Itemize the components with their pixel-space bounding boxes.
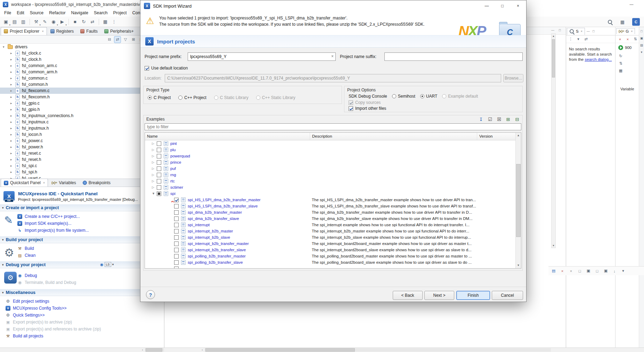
- example-row-pint[interactable]: ▷pint: [145, 140, 515, 147]
- example-row-spi-interrupt[interactable]: spi_interruptThe spi_interrupt example s…: [145, 222, 515, 228]
- radio-cpp-static-library[interactable]: C++ Static Library: [256, 95, 295, 100]
- pane-3-icon[interactable]: □: [594, 268, 600, 274]
- menu-file[interactable]: File: [1, 9, 14, 16]
- expander-icon[interactable]: ▸: [10, 114, 15, 117]
- section-header-miscellaneous[interactable]: ▾Miscellaneous: [0, 289, 164, 296]
- expander-icon[interactable]: ▸: [10, 58, 15, 61]
- expander-icon[interactable]: ▸: [10, 152, 15, 155]
- example-checkbox[interactable]: [157, 154, 161, 158]
- tab-quickstart-panel[interactable]: X Quickstart Panel ×: [1, 179, 48, 187]
- tab-globals[interactable]: (x)= G ×: [616, 28, 635, 34]
- radio-c-static-library[interactable]: C Static Library: [214, 95, 248, 100]
- tab-registers[interactable]: Registers: [47, 27, 77, 35]
- expander-icon[interactable]: ▸: [10, 164, 15, 167]
- example-row-rng[interactable]: ▷rng: [145, 172, 515, 178]
- menu-edit[interactable]: Edit: [14, 9, 27, 16]
- close-icon[interactable]: ×: [581, 30, 582, 33]
- example-checkbox[interactable]: [174, 210, 179, 215]
- expander-icon[interactable]: ▸: [10, 83, 15, 86]
- expander-icon[interactable]: ▸: [10, 133, 15, 136]
- restore-panel-2-icon[interactable]: ▣: [639, 36, 644, 40]
- explorer-file-fsl-common-h[interactable]: ▸hfsl_common.h: [0, 81, 164, 88]
- example-checkbox[interactable]: [174, 260, 179, 265]
- search-settings-icon[interactable]: ⋮: [568, 36, 574, 42]
- explorer-file-fsl-gpio-h[interactable]: ▸hfsl_gpio.h: [0, 106, 164, 113]
- tree-expander-icon[interactable]: ▷: [152, 154, 157, 158]
- expander-icon[interactable]: ▸: [10, 158, 15, 161]
- example-checkbox[interactable]: [174, 229, 179, 234]
- example-row-spi-hs-lspi-dma-b2b-transfer-master[interactable]: spi_HS_LSPI_dma_b2b_transfer_masterThe s…: [145, 197, 515, 203]
- explorer-file-fsl-power-h[interactable]: ▸hfsl_power.h: [0, 144, 164, 150]
- example-checkbox[interactable]: [157, 191, 161, 196]
- explorer-file-fsl-inputmux-c[interactable]: ▸cfsl_inputmux.c: [0, 119, 164, 125]
- tab-faults[interactable]: Faults: [77, 27, 101, 35]
- example-checkbox[interactable]: [174, 248, 179, 252]
- example-checkbox[interactable]: [174, 204, 179, 208]
- close-icon[interactable]: ×: [42, 30, 43, 33]
- explorer-file-fsl-clock-c[interactable]: ▸cfsl_clock.c: [0, 50, 164, 56]
- scroll-left-icon[interactable]: ‹: [200, 348, 204, 352]
- expander-icon[interactable]: ▸: [10, 89, 15, 92]
- tree-expander-icon[interactable]: ▷: [152, 148, 157, 152]
- maximize-view-icon[interactable]: □: [592, 30, 595, 33]
- pane-4-icon[interactable]: ▣: [603, 268, 609, 274]
- refresh-icon[interactable]: ↻: [80, 18, 88, 26]
- scroll-left-icon[interactable]: ‹: [140, 348, 145, 352]
- expander-icon[interactable]: ▸: [10, 76, 15, 80]
- expand-all-icon[interactable]: ⊞: [505, 116, 511, 122]
- tree-expander-icon[interactable]: ▷: [152, 179, 157, 183]
- pane-2-icon[interactable]: ▣: [585, 268, 592, 274]
- radio-semihost[interactable]: Semihost: [392, 94, 415, 99]
- example-row-spi-interrupt-b2b-transfer-slave[interactable]: spi_interrupt_b2b_transfer_slaveThe spi_…: [145, 247, 515, 253]
- example-checkbox[interactable]: [157, 148, 161, 152]
- tree-expander-icon[interactable]: ▷: [152, 167, 157, 170]
- example-checkbox[interactable]: [157, 173, 161, 177]
- play-icon[interactable]: [618, 45, 623, 50]
- scrollbar-thumb[interactable]: [516, 164, 521, 237]
- toggle-updates-icon[interactable]: ⇅: [618, 60, 624, 66]
- explorer-file-fsl-clock-h[interactable]: ▸hfsl_clock.h: [0, 56, 164, 63]
- explorer-file-fsl-common-c[interactable]: ▸cfsl_common.c: [0, 75, 164, 81]
- select-all-icon[interactable]: ☑: [487, 116, 493, 122]
- explorer-file-fsl-reset-c[interactable]: ▸cfsl_reset.c: [0, 150, 164, 156]
- close-icon[interactable]: ×: [43, 181, 45, 185]
- console-grid-icon[interactable]: ▤: [551, 268, 557, 274]
- expander-icon[interactable]: ▸: [10, 139, 15, 142]
- scroll-down-icon[interactable]: ▼: [516, 263, 521, 268]
- tree-expander-icon[interactable]: ▷: [152, 161, 157, 164]
- editor-hscrollbar[interactable]: ‹: [200, 348, 551, 352]
- search-dialog-link[interactable]: search dialog...: [585, 57, 612, 62]
- pin-search-icon[interactable]: ⇄: [583, 36, 589, 42]
- debug-icon[interactable]: ◉▾: [50, 18, 57, 26]
- tree-expander-icon[interactable]: ▷: [152, 186, 157, 189]
- load-log-icon[interactable]: ↓: [611, 268, 618, 274]
- scrollbar-thumb[interactable]: [552, 39, 555, 77]
- column-header-version[interactable]: Version: [477, 133, 515, 140]
- expander-icon[interactable]: ▸: [10, 120, 15, 124]
- example-checkbox[interactable]: [174, 198, 179, 202]
- more-toolbar-icon[interactable]: ⋮: [110, 18, 118, 26]
- example-checkbox[interactable]: [174, 267, 179, 269]
- project-name-suffix-input[interactable]: [384, 52, 523, 61]
- example-checkbox[interactable]: [157, 179, 161, 183]
- section-header-debug-your-project[interactable]: ▾Debug your project◉LS▾: [0, 261, 164, 268]
- search-history-icon[interactable]: ▾: [575, 36, 581, 42]
- tab-peripherals[interactable]: Peripherals+: [101, 27, 137, 35]
- window-minimize-button[interactable]: —: [624, 0, 639, 8]
- example-row-rtc[interactable]: ▷rtc: [145, 178, 515, 184]
- quickstart-item-quick-settings[interactable]: ⚙Quick Settings>>: [6, 312, 164, 318]
- minimize-view-icon[interactable]: —: [551, 28, 554, 32]
- globals-column-header[interactable]: Variable: [620, 87, 634, 91]
- remove-global-icon[interactable]: ×: [617, 36, 623, 42]
- use-default-location-checkbox[interactable]: Use default location: [145, 66, 188, 71]
- probe-selector[interactable]: LS: [105, 262, 111, 267]
- expander-icon[interactable]: ▾: [3, 45, 8, 49]
- new-source-icon[interactable]: ✎: [41, 18, 49, 26]
- expander-icon[interactable]: ▸: [10, 95, 15, 99]
- terminate-icon[interactable]: ■: [71, 18, 79, 26]
- sort-globals-icon[interactable]: ⇅: [632, 36, 638, 42]
- menu-search[interactable]: Search: [91, 9, 111, 16]
- explorer-file-fsl-flexcomm-c[interactable]: ▸cfsl_flexcomm.c: [0, 88, 164, 94]
- close-icon[interactable]: ×: [631, 30, 633, 33]
- menu-refactor[interactable]: Refactor: [46, 9, 68, 16]
